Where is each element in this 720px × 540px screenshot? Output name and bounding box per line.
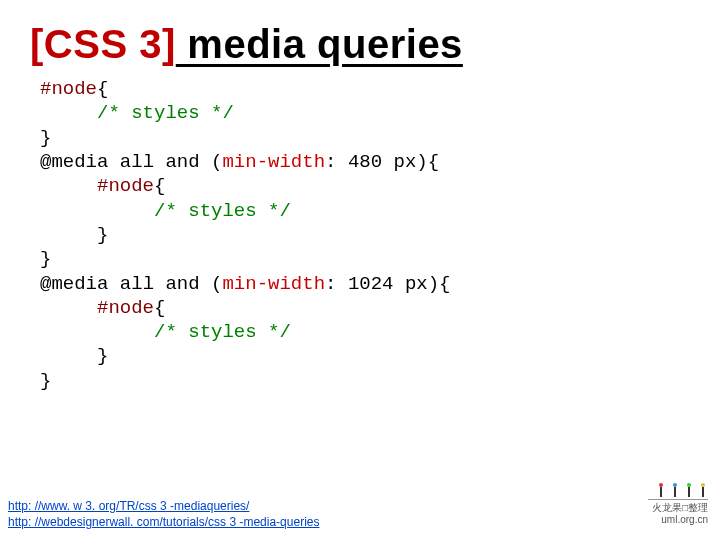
code-comment: /* styles */ — [97, 102, 234, 124]
code-atrule: @media — [40, 273, 108, 295]
reference-links: http: //www. w 3. org/TR/css 3 -mediaque… — [8, 498, 319, 530]
code-colon: : — [325, 273, 336, 295]
code-paren: ( — [211, 273, 222, 295]
code-brace: { — [97, 78, 108, 100]
code-selector: #node — [97, 297, 154, 319]
branding: 火龙果□整理 uml.org.cn — [648, 483, 708, 526]
code-brace: } — [97, 345, 108, 367]
code-brace: } — [40, 127, 51, 149]
reference-link-2[interactable]: http: //webdesignerwall. com/tutorials/c… — [8, 514, 319, 530]
code-comment: /* styles */ — [154, 321, 291, 343]
code-atrule: @media — [40, 151, 108, 173]
branding-text-2: uml.org.cn — [648, 514, 708, 526]
stick-figure-icon — [698, 483, 708, 497]
slide: [CSS 3] media queries #node{ /* styles *… — [0, 0, 720, 540]
branding-text-1: 火龙果□整理 — [648, 502, 708, 514]
title-suffix: media queries — [176, 22, 463, 66]
code-value: 1024 px — [336, 273, 427, 295]
code-property: min-width — [222, 273, 325, 295]
code-keyword: all and — [108, 151, 211, 173]
stick-figure-icon — [656, 483, 666, 497]
code-brace: { — [428, 151, 439, 173]
code-block: #node{ /* styles */ } @media all and (mi… — [40, 77, 690, 393]
code-brace: } — [97, 224, 108, 246]
page-title: [CSS 3] media queries — [30, 22, 690, 67]
code-property: min-width — [222, 151, 325, 173]
code-colon: : — [325, 151, 336, 173]
code-brace: } — [40, 370, 51, 392]
code-brace: { — [439, 273, 450, 295]
code-comment: /* styles */ — [154, 200, 291, 222]
stick-figure-icon — [670, 483, 680, 497]
code-paren: ) — [416, 151, 427, 173]
code-brace: { — [154, 175, 165, 197]
stick-figure-icon — [684, 483, 694, 497]
code-paren: ( — [211, 151, 222, 173]
code-paren: ) — [428, 273, 439, 295]
reference-link-1[interactable]: http: //www. w 3. org/TR/css 3 -mediaque… — [8, 498, 319, 514]
code-keyword: all and — [108, 273, 211, 295]
code-selector: #node — [97, 175, 154, 197]
code-brace: { — [154, 297, 165, 319]
code-value: 480 px — [336, 151, 416, 173]
code-selector: #node — [40, 78, 97, 100]
branding-divider — [648, 499, 708, 500]
code-brace: } — [40, 248, 51, 270]
branding-logo — [648, 483, 708, 497]
title-prefix: [CSS 3] — [30, 22, 176, 66]
